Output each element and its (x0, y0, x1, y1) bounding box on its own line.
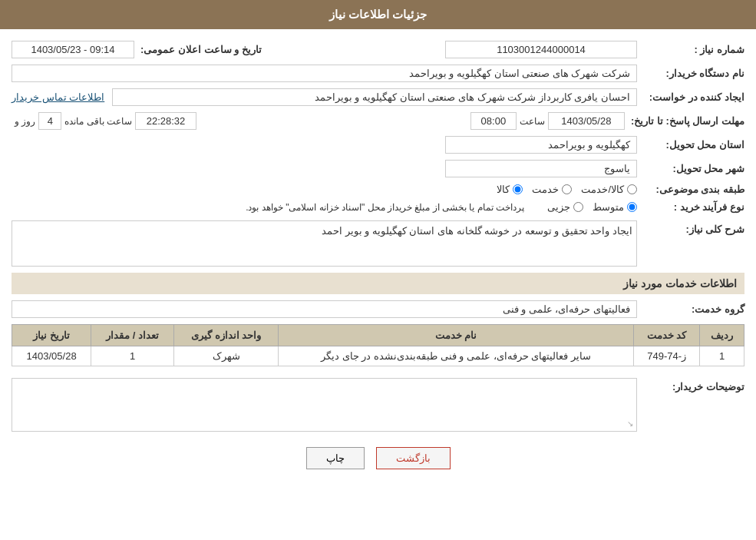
days-label: روز و (15, 116, 35, 127)
col-service-name: نام خدمت (279, 325, 634, 346)
category-group: کالا/خدمت خدمت کالا (497, 184, 637, 195)
category-label: طبقه بندی موضوعی: (637, 184, 744, 195)
buyer-org-label: نام دستگاه خریدار: (637, 68, 744, 79)
cell-quantity: 1 (91, 346, 174, 366)
col-unit: واحد اندازه گیری (174, 325, 279, 346)
public-date-label: تاریخ و ساعت اعلان عمومی: (134, 44, 262, 55)
general-desc-value: ایجاد واحد تحقیق و توسعه در خوشه گلخانه … (322, 225, 632, 237)
cell-service-code: ز-74-749 (634, 346, 700, 366)
general-desc-label: شرح کلی نیاز: (637, 220, 744, 235)
purchase-type-group: متوسط جزیی (547, 201, 637, 213)
need-number-label: شماره نیاز : (637, 44, 744, 55)
countdown-label: ساعت باقی مانده (64, 116, 132, 127)
category-kala-khadamat[interactable]: کالا/خدمت (581, 184, 637, 195)
response-deadline-label: مهلت ارسال پاسخ: تا تاریخ: (625, 115, 744, 127)
buyer-org-value: شرکت شهرک های صنعتی استان کهگیلویه و بوی… (12, 65, 637, 82)
col-service-code: کد خدمت (634, 325, 700, 346)
response-days: 4 (38, 112, 61, 130)
col-rownum: ردیف (700, 325, 744, 346)
need-number-value: 1103001244000014 (445, 41, 637, 58)
category-khadamat[interactable]: خدمت (532, 184, 572, 195)
table-row: 1 ز-74-749 سایر فعالیتهای حرفه‌ای، علمی … (12, 346, 744, 366)
cell-date: 1403/05/28 (12, 346, 91, 366)
response-time-label: ساعت (520, 116, 545, 127)
purchase-type-motavaset[interactable]: متوسط (593, 201, 637, 213)
print-button[interactable]: چاپ (306, 447, 365, 469)
delivery-city-label: شهر محل تحویل: (637, 163, 744, 174)
service-group-value: فعالیتهای حرفه‌ای، علمی و فنی (12, 300, 637, 318)
services-section-header: اطلاعات خدمات مورد نیاز (12, 273, 744, 294)
back-button[interactable]: بازگشت (376, 447, 451, 469)
requester-label: ایجاد کننده در خواست: (637, 91, 744, 103)
contact-link[interactable]: اطلاعات تماس خریدار (12, 91, 104, 103)
services-table: ردیف کد خدمت نام خدمت واحد اندازه گیری ت… (12, 324, 744, 366)
service-group-label: گروه خدمت: (637, 303, 744, 315)
col-quantity: تعداد / مقدار (91, 325, 174, 346)
category-kala[interactable]: کالا (497, 184, 523, 195)
public-date-value: 1403/05/23 - 09:14 (12, 41, 134, 58)
col-date: تاریخ نیاز (12, 325, 91, 346)
purchase-type-jozyi[interactable]: جزیی (547, 201, 583, 213)
response-time: 08:00 (470, 112, 517, 130)
delivery-province-value: کهگیلویه و بویراحمد (445, 136, 637, 154)
response-countdown: 22:28:32 (135, 112, 196, 130)
button-row: بازگشت چاپ (12, 447, 744, 469)
delivery-province-label: استان محل تحویل: (637, 139, 744, 151)
delivery-city-value: یاسوج (445, 160, 637, 177)
purchase-type-note: پرداخت تمام یا بخشی از مبلغ خریداز محل "… (246, 202, 524, 213)
response-date: 1403/05/28 (548, 112, 625, 130)
purchase-type-label: نوع فرآیند خرید : (637, 201, 744, 213)
cell-service-name: سایر فعالیتهای حرفه‌ای، علمی و فنی طبقه‌… (279, 346, 634, 366)
page-header: جزئیات اطلاعات نیاز (0, 0, 756, 29)
cell-rownum: 1 (700, 346, 744, 366)
page-title: جزئیات اطلاعات نیاز (329, 8, 427, 21)
cell-unit: شهرک (174, 346, 279, 366)
buyer-desc-label: توضیحات خریدار: (637, 378, 744, 393)
requester-value: احسان یافری کاربرداز شرکت شهرک های صنعتی… (112, 88, 637, 106)
